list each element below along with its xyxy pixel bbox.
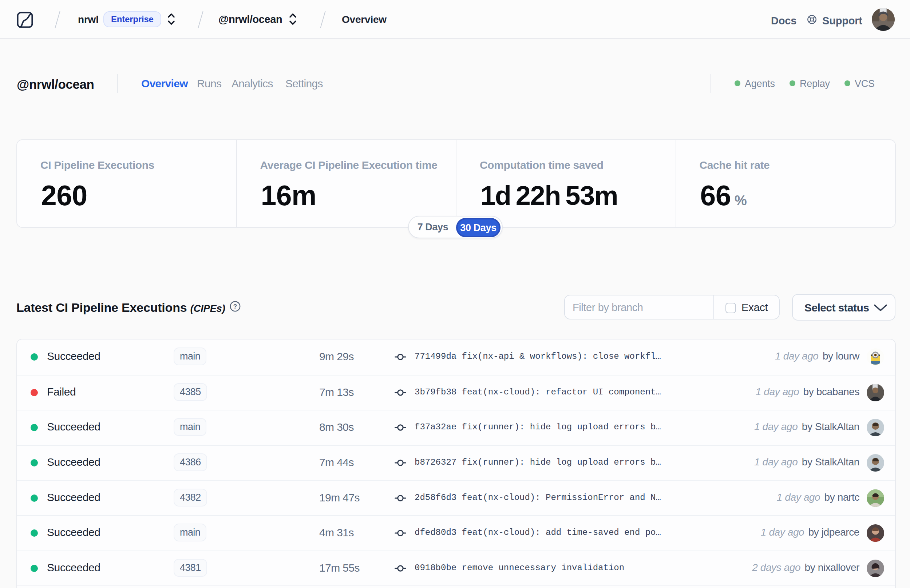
svg-text:?: ? — [233, 303, 237, 310]
